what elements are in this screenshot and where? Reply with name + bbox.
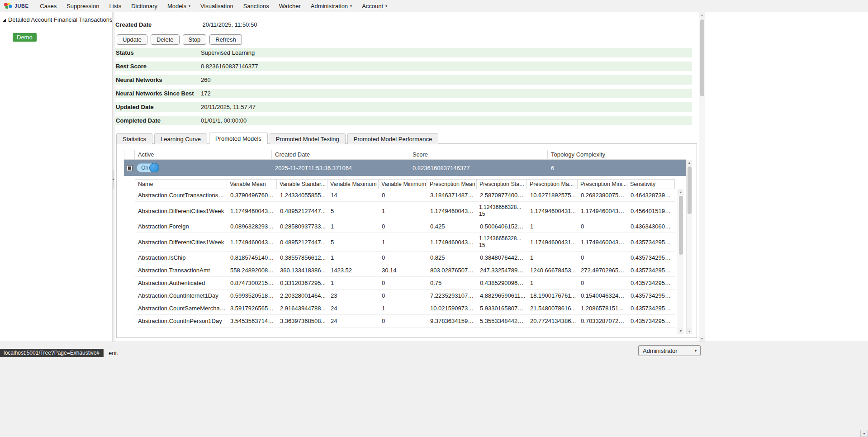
scroll-up-icon[interactable]: ▲ bbox=[687, 160, 692, 166]
sidebar: ◢ Detailed Account Financial Transaction… bbox=[0, 12, 112, 342]
variable-value-cell: 4.88296590611... bbox=[477, 290, 527, 301]
variables-table-body: Abstraction.CountTransactionsDe...0.3790… bbox=[135, 189, 675, 334]
variable-row: Abstraction.TransactionAmt558.248920086.… bbox=[135, 264, 675, 277]
chevron-down-icon: ▾ bbox=[350, 4, 352, 8]
scroll-up-icon[interactable]: ▲ bbox=[678, 189, 683, 195]
variable-row: Abstraction.CountInternet1Day0.599352051… bbox=[135, 290, 675, 302]
promoted-model-row[interactable]: On 2025-11-20T11:53:36.371064 0.82361608… bbox=[124, 160, 686, 176]
menu-item-dictionary[interactable]: Dictionary bbox=[126, 0, 162, 12]
tree-node-demo[interactable]: Demo bbox=[13, 33, 37, 42]
menu-item-sanctions[interactable]: Sanctions bbox=[238, 0, 274, 12]
menu-item-lists[interactable]: Lists bbox=[104, 0, 126, 12]
scroll-down-icon[interactable]: ▼ bbox=[699, 336, 705, 342]
menu-item-cases[interactable]: Cases bbox=[35, 0, 62, 12]
menu-item-label: Cases bbox=[40, 3, 57, 10]
detail-label: Completed Date bbox=[116, 116, 201, 125]
variables-table-scrollbar-thumb[interactable] bbox=[679, 196, 683, 255]
column-header-variable-standar[interactable]: Variable Standar... bbox=[277, 179, 327, 189]
column-header-created-date[interactable]: Created Date bbox=[272, 150, 409, 160]
content-scrollbar-thumb[interactable] bbox=[700, 19, 704, 96]
column-header-prescription-mean[interactable]: Prescription Mean bbox=[427, 179, 477, 189]
variable-value-cell: 2.20328001464... bbox=[277, 290, 327, 301]
menu-item-watcher[interactable]: Watcher bbox=[274, 0, 306, 12]
column-header-active[interactable]: Active bbox=[135, 150, 272, 160]
detail-label: Created Date bbox=[115, 20, 200, 29]
refresh-button[interactable]: Refresh bbox=[209, 34, 242, 45]
detail-value: 01/01/1, 00:00:00 bbox=[201, 116, 692, 125]
variable-value-cell: 1.17494600431... bbox=[578, 237, 627, 248]
active-toggle[interactable]: On bbox=[137, 163, 159, 172]
row-select-cell bbox=[124, 165, 135, 171]
variable-value-cell: 0.45640151946... bbox=[627, 205, 675, 217]
stop-button[interactable]: Stop bbox=[183, 34, 207, 45]
content-scrollbar[interactable]: ▲ ▼ bbox=[699, 12, 705, 342]
detail-label: Status bbox=[116, 48, 201, 57]
menu-item-account[interactable]: Account▾ bbox=[357, 0, 392, 12]
promoted-models-scrollbar-thumb[interactable] bbox=[688, 166, 692, 214]
variable-value-cell: 0.43634306096... bbox=[627, 221, 675, 232]
page-scroll-down-icon[interactable]: ▼ bbox=[860, 430, 868, 437]
variable-value-cell: 0.81857451403... bbox=[227, 252, 277, 263]
role-select-value: Administrator bbox=[639, 347, 691, 354]
column-header-prescription-sta[interactable]: Prescription Sta... bbox=[477, 179, 527, 189]
variable-value-cell: 18.1900176761... bbox=[527, 290, 578, 301]
variable-value-cell: 1.24334055855... bbox=[277, 190, 327, 201]
variable-row: Abstraction.CountSameMerchant...3.591792… bbox=[135, 302, 675, 315]
menu-item-visualisation[interactable]: Visualisation bbox=[195, 0, 238, 12]
variable-value-cell: 3.36397368508... bbox=[277, 315, 327, 327]
column-header-name[interactable]: Name bbox=[135, 179, 227, 189]
created-date-row: Created Date 20/11/2025, 11:50:50 bbox=[115, 20, 693, 29]
variable-value-cell: 0.43573429562... bbox=[627, 315, 675, 327]
variable-value-cell: 2.91643944788... bbox=[277, 303, 327, 314]
variable-value-cell: 360.133418386... bbox=[277, 265, 327, 276]
tree-node-root[interactable]: ◢ Detailed Account Financial Transaction… bbox=[3, 16, 112, 23]
toggle-knob-icon[interactable] bbox=[149, 163, 159, 172]
tab-statistics[interactable]: Statistics bbox=[116, 133, 152, 144]
role-select[interactable]: Administrator ▼ bbox=[638, 345, 701, 356]
scroll-down-icon[interactable]: ▼ bbox=[687, 328, 692, 334]
menu-item-administration[interactable]: Administration▾ bbox=[306, 0, 357, 12]
promoted-models-header: Active Created Date Score Topology Compl… bbox=[124, 150, 686, 160]
variable-value-cell: 0.46432873917... bbox=[627, 190, 675, 201]
tab-promoted-model-performance[interactable]: Promoted Model Performance bbox=[347, 133, 438, 144]
detail-label: Neural Networks bbox=[116, 75, 201, 85]
variable-value-cell: 5.93301658079... bbox=[477, 303, 527, 314]
column-header-prescription-ma[interactable]: Prescription Ma... bbox=[527, 179, 578, 189]
column-header-topology-complexity[interactable]: Topology Complexity bbox=[548, 150, 686, 160]
column-header-prescription-mini[interactable]: Prescription Mini... bbox=[578, 179, 627, 189]
variable-value-cell: 0.825 bbox=[427, 252, 477, 263]
variable-value-cell: 3.59179265658... bbox=[227, 303, 277, 314]
variable-value-cell: 1 bbox=[327, 221, 379, 232]
column-header-sensitivity[interactable]: Sensitivity bbox=[627, 179, 675, 189]
variable-value-cell: 1 bbox=[327, 252, 379, 263]
column-header-variable-minimum[interactable]: Variable Minimum bbox=[379, 179, 427, 189]
variable-value-cell: 0 bbox=[578, 277, 627, 289]
scroll-up-icon[interactable]: ▲ bbox=[699, 12, 705, 18]
variable-name-cell: Abstraction.Authenticated bbox=[135, 277, 227, 289]
menu-item-suppression[interactable]: Suppression bbox=[62, 0, 104, 12]
update-button[interactable]: Update bbox=[117, 34, 147, 45]
column-header-variable-maximum[interactable]: Variable Maximum bbox=[327, 179, 379, 189]
variable-value-cell: 0 bbox=[379, 190, 427, 201]
active-cell: On bbox=[135, 163, 272, 172]
variable-value-cell: 272.497029656... bbox=[578, 265, 627, 276]
variable-value-cell: 1.17494600431... bbox=[427, 237, 477, 248]
column-header-score[interactable]: Score bbox=[409, 150, 548, 160]
tab-promoted-model-testing[interactable]: Promoted Model Testing bbox=[270, 133, 346, 144]
variable-value-cell: 1 bbox=[379, 237, 427, 248]
tab-promoted-models[interactable]: Promoted Models bbox=[209, 133, 268, 144]
column-header-variable-mean[interactable]: Variable Mean bbox=[227, 179, 277, 189]
score-cell: 0.8236160837146377 bbox=[409, 165, 548, 171]
delete-button[interactable]: Delete bbox=[151, 34, 180, 45]
variables-table-scrollbar[interactable]: ▲ ▼ bbox=[678, 189, 683, 334]
row-checkbox[interactable] bbox=[127, 165, 133, 171]
detail-label: Neural Networks Since Best bbox=[116, 89, 201, 98]
variable-value-cell: 0 bbox=[379, 277, 427, 289]
promoted-models-scrollbar[interactable]: ▲ ▼ bbox=[686, 160, 692, 334]
menu-item-models[interactable]: Models▾ bbox=[162, 0, 195, 12]
scroll-down-icon[interactable]: ▼ bbox=[678, 328, 683, 334]
tab-learning-curve[interactable]: Learning Curve bbox=[154, 133, 207, 144]
splitter-collapse-icon[interactable]: ◄ bbox=[113, 170, 114, 189]
toggle-on-label: On bbox=[141, 165, 148, 171]
jube-logo[interactable]: JUBE bbox=[4, 2, 28, 10]
